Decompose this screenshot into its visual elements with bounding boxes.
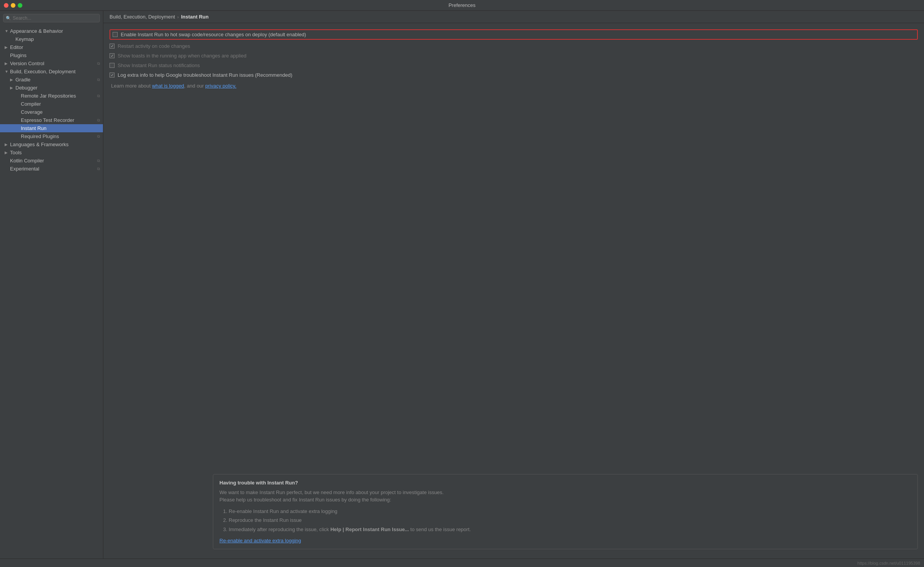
sidebar-item-debugger[interactable]: ▶ Debugger	[0, 84, 103, 92]
breadcrumb: Build, Execution, Deployment › Instant R…	[103, 11, 924, 23]
sidebar-item-build-execution[interactable]: ▼ Build, Execution, Deployment	[0, 68, 103, 76]
expand-arrow: ▶	[5, 142, 10, 147]
expand-arrow: ▼	[5, 69, 10, 74]
copy-icon: ⧉	[97, 78, 100, 82]
sidebar-item-keymap[interactable]: Keymap	[0, 35, 103, 43]
sidebar-item-label: Compiler	[21, 101, 41, 107]
copy-icon: ⧉	[97, 61, 100, 66]
sidebar-item-gradle[interactable]: ▶ Gradle ⧉	[0, 76, 103, 84]
search-icon: 🔍	[6, 16, 11, 21]
copy-icon: ⧉	[97, 118, 100, 123]
search-input[interactable]	[13, 15, 97, 21]
trouble-step-1: Re-enable Instant Run and activate extra…	[229, 507, 911, 516]
sidebar-item-label: Build, Execution, Deployment	[10, 69, 76, 74]
breadcrumb-current: Instant Run	[181, 14, 209, 20]
expand-arrow: ▶	[5, 61, 10, 66]
learn-more-row: Learn more about what is logged, and our…	[110, 80, 918, 92]
trouble-steps: Re-enable Instant Run and activate extra…	[219, 507, 911, 534]
sidebar-item-label: Espresso Test Recorder	[21, 117, 74, 123]
copy-icon: ⧉	[97, 159, 100, 163]
minimize-button[interactable]	[11, 3, 15, 8]
maximize-button[interactable]	[18, 3, 22, 8]
checkbox-log-extra[interactable]	[110, 73, 115, 78]
statusbar: https://blog.csdn.net/u011195398	[0, 559, 924, 567]
expand-arrow: ▶	[5, 150, 10, 155]
main-panel: Build, Execution, Deployment › Instant R…	[103, 11, 924, 559]
option-enable-instant-run: Enable Instant Run to hot swap code/reso…	[110, 29, 918, 40]
window-title: Preferences	[449, 2, 475, 8]
sidebar-item-label: Required Plugins	[21, 133, 59, 139]
copy-icon: ⧉	[97, 134, 100, 139]
sidebar-item-languages[interactable]: ▶ Languages & Frameworks	[0, 140, 103, 148]
sidebar: 🔍 ▼ Appearance & Behavior Keymap ▶ Edito…	[0, 11, 103, 559]
what-is-logged-link[interactable]: what is logged	[152, 83, 184, 89]
expand-arrow: ▶	[10, 78, 15, 82]
expand-arrow: ▶	[10, 86, 15, 90]
sidebar-item-compiler[interactable]: Compiler	[0, 100, 103, 108]
sidebar-item-label: Plugins	[10, 52, 27, 58]
option-label-restart-activity: Restart activity on code changes	[118, 43, 190, 49]
sidebar-item-required-plugins[interactable]: Required Plugins ⧉	[0, 132, 103, 140]
checkbox-restart-activity[interactable]	[110, 44, 115, 49]
sidebar-item-label: Gradle	[15, 77, 30, 83]
option-label-show-toasts: Show toasts in the running app when chan…	[118, 53, 246, 59]
traffic-lights	[4, 3, 22, 8]
checkbox-show-status[interactable]	[110, 63, 115, 68]
option-log-extra: Log extra info to help Google troublesho…	[110, 70, 918, 80]
sidebar-item-instant-run[interactable]: Instant Run	[0, 124, 103, 132]
sidebar-item-version-control[interactable]: ▶ Version Control ⧉	[0, 59, 103, 68]
reenable-link[interactable]: Re-enable and activate extra logging	[219, 538, 301, 543]
sidebar-item-espresso[interactable]: Espresso Test Recorder ⧉	[0, 116, 103, 124]
nav-tree: ▼ Appearance & Behavior Keymap ▶ Editor …	[0, 25, 103, 559]
option-show-toasts: Show toasts in the running app when chan…	[110, 51, 918, 61]
sidebar-item-label: Kotlin Compiler	[10, 158, 44, 164]
sidebar-item-plugins[interactable]: Plugins	[0, 51, 103, 59]
option-label-enable-instant-run: Enable Instant Run to hot swap code/reso…	[121, 32, 306, 37]
trouble-step-2: Reproduce the Instant Run issue	[229, 516, 911, 525]
learn-more-middle: , and our	[184, 83, 205, 89]
preferences-window: Preferences 🔍 ▼ Appearance & Behavior Ke…	[0, 0, 924, 567]
sidebar-item-appearance[interactable]: ▼ Appearance & Behavior	[0, 27, 103, 35]
sidebar-item-label: Editor	[10, 44, 23, 50]
learn-more-prefix: Learn more about	[111, 83, 152, 89]
sidebar-item-label: Version Control	[10, 61, 44, 66]
sidebar-item-coverage[interactable]: Coverage	[0, 108, 103, 116]
option-label-log-extra: Log extra info to help Google troublesho…	[118, 72, 292, 78]
sidebar-item-label: Remote Jar Repositories	[21, 93, 76, 99]
option-show-status: Show Instant Run status notifications	[110, 61, 918, 70]
sidebar-item-label: Appearance & Behavior	[10, 28, 63, 34]
sidebar-item-remote-jar[interactable]: Remote Jar Repositories ⧉	[0, 92, 103, 100]
sidebar-item-label: Coverage	[21, 109, 42, 115]
trouble-step-3: Immediately after reproducing the issue,…	[229, 525, 911, 534]
titlebar: Preferences	[0, 0, 924, 11]
trouble-desc1: We want to make Instant Run perfect, but…	[219, 489, 911, 504]
statusbar-url: https://blog.csdn.net/u011195398	[857, 561, 920, 565]
main-content: 🔍 ▼ Appearance & Behavior Keymap ▶ Edito…	[0, 11, 924, 559]
sidebar-item-label: Tools	[10, 150, 22, 155]
breadcrumb-separator: ›	[177, 15, 179, 19]
sidebar-item-label: Languages & Frameworks	[10, 142, 69, 147]
search-box[interactable]: 🔍	[3, 14, 100, 22]
trouble-box: Having trouble with Instant Run? We want…	[213, 474, 918, 549]
expand-arrow: ▶	[5, 45, 10, 49]
sidebar-item-label: Instant Run	[21, 125, 47, 131]
sidebar-item-label: Keymap	[15, 36, 34, 42]
breadcrumb-parent: Build, Execution, Deployment	[110, 14, 175, 20]
sidebar-item-kotlin[interactable]: Kotlin Compiler ⧉	[0, 157, 103, 165]
sidebar-item-experimental[interactable]: Experimental ⧉	[0, 165, 103, 173]
copy-icon: ⧉	[97, 167, 100, 171]
sidebar-item-tools[interactable]: ▶ Tools	[0, 148, 103, 157]
copy-icon: ⧉	[97, 94, 100, 98]
trouble-title: Having trouble with Instant Run?	[219, 480, 911, 486]
option-label-show-status: Show Instant Run status notifications	[118, 62, 200, 68]
privacy-policy-link[interactable]: privacy policy.	[205, 83, 236, 89]
checkbox-show-toasts[interactable]	[110, 53, 115, 58]
close-button[interactable]	[4, 3, 8, 8]
expand-arrow: ▼	[5, 29, 10, 33]
checkbox-enable-instant-run[interactable]	[113, 32, 118, 37]
sidebar-item-label: Experimental	[10, 166, 39, 172]
option-restart-activity: Restart activity on code changes	[110, 41, 918, 51]
sidebar-item-editor[interactable]: ▶ Editor	[0, 43, 103, 51]
sidebar-item-label: Debugger	[15, 85, 37, 91]
